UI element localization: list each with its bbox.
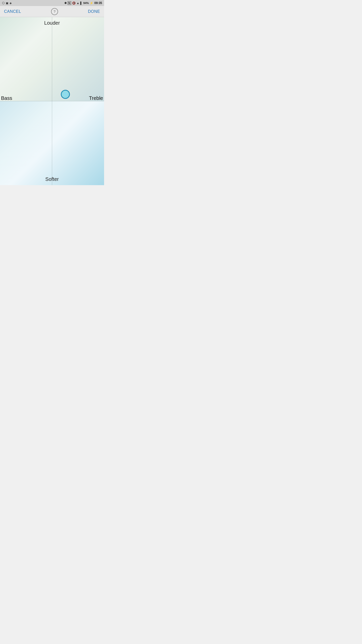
status-left-icons: ⬡ ▣ ◈	[2, 1, 12, 5]
mute-icon: 🔇	[72, 2, 76, 5]
status-right-icons: ✱ N 🔇 ▲ ▌ 94% ⚡ 09:35	[64, 1, 102, 5]
softer-label: Softer	[45, 176, 59, 182]
signal-icon: ▌	[80, 2, 82, 5]
help-button[interactable]: ?	[51, 8, 58, 15]
link-icon: ⬡	[2, 1, 5, 5]
shield-icon: ◈	[10, 2, 12, 5]
eq-control-point[interactable]	[61, 90, 70, 99]
equalizer-area[interactable]: Louder Softer Bass Treble	[0, 17, 104, 185]
cancel-button[interactable]: CANCEL	[4, 9, 21, 14]
eq-point-inner	[63, 92, 67, 96]
image-icon: ▣	[6, 2, 8, 5]
louder-label: Louder	[44, 20, 60, 26]
nfc-icon: N	[68, 1, 71, 5]
clock: 09:35	[94, 1, 102, 5]
center-horizontal-line	[0, 101, 104, 101]
battery-level: 94%	[83, 2, 89, 5]
treble-label: Treble	[89, 95, 103, 101]
wifi-icon: ▲	[77, 2, 79, 5]
bluetooth-icon: ✱	[64, 2, 67, 5]
battery-charging-icon: ⚡	[90, 2, 93, 5]
done-button[interactable]: DONE	[88, 9, 100, 14]
help-icon: ?	[54, 10, 56, 14]
bass-label: Bass	[1, 95, 12, 101]
toolbar: CANCEL ? DONE	[0, 6, 104, 17]
status-bar: ⬡ ▣ ◈ ✱ N 🔇 ▲ ▌ 94% ⚡ 09:35	[0, 0, 104, 6]
